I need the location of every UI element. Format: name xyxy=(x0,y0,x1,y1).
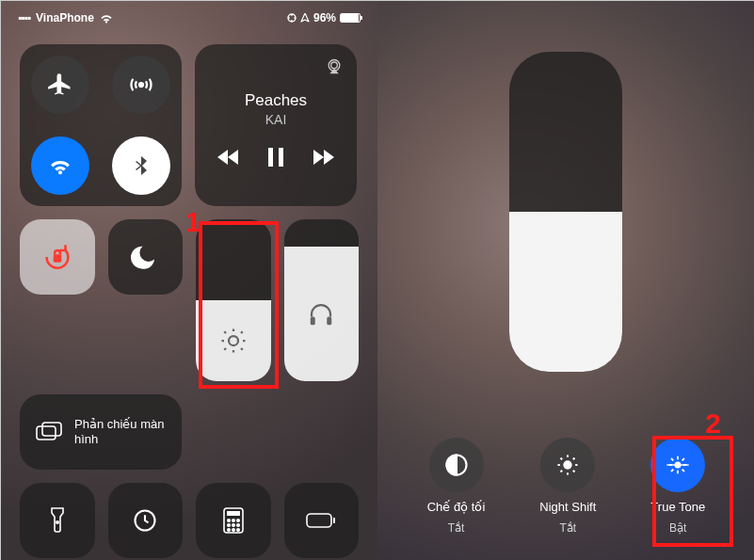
dark-mode-label: Chế độ tối xyxy=(427,500,486,514)
screen-mirroring-tile[interactable]: Phản chiếu màn hình xyxy=(20,394,182,470)
control-center-panel: ▪▪▪▪ VinaPhone 96% xyxy=(1,1,377,560)
bluetooth-toggle[interactable] xyxy=(112,136,170,195)
status-bar: ▪▪▪▪ VinaPhone 96% xyxy=(1,8,377,27)
airplay-icon[interactable] xyxy=(325,57,344,76)
svg-point-19 xyxy=(227,524,230,527)
svg-point-3 xyxy=(331,62,338,69)
flashlight-toggle[interactable] xyxy=(20,483,95,558)
wifi-toggle[interactable] xyxy=(31,136,89,195)
dark-mode-icon xyxy=(443,452,470,478)
night-shift-label: Night Shift xyxy=(539,500,596,514)
wifi-icon xyxy=(100,13,113,24)
track-artist: KAI xyxy=(265,112,287,127)
annotation-box-2 xyxy=(652,436,733,547)
svg-rect-9 xyxy=(328,316,332,325)
brightness-slider-large[interactable] xyxy=(509,52,622,372)
night-shift-option[interactable]: Night Shift Tắt xyxy=(539,438,596,535)
svg-point-1 xyxy=(139,83,143,87)
svg-rect-15 xyxy=(227,511,240,516)
cellular-data-toggle[interactable] xyxy=(112,56,170,114)
track-title: Peaches xyxy=(245,91,307,110)
screen-mirror-label: Phản chiếu màn hình xyxy=(74,417,167,448)
calculator-button[interactable] xyxy=(196,483,271,558)
night-shift-icon xyxy=(554,452,581,478)
low-power-toggle[interactable] xyxy=(284,483,360,558)
night-shift-status: Tắt xyxy=(559,521,576,535)
prev-track-button[interactable] xyxy=(217,149,240,166)
headphones-icon xyxy=(307,300,335,328)
svg-rect-10 xyxy=(37,426,56,440)
svg-point-22 xyxy=(227,529,230,532)
carrier-label: VinaPhone xyxy=(36,11,94,24)
svg-point-21 xyxy=(236,524,239,527)
svg-rect-11 xyxy=(42,423,61,436)
dark-mode-option[interactable]: Chế độ tối Tắt xyxy=(427,438,486,535)
svg-point-16 xyxy=(227,520,230,522)
svg-rect-25 xyxy=(307,514,331,527)
dark-mode-status: Tắt xyxy=(448,521,465,535)
svg-point-18 xyxy=(236,520,239,522)
svg-rect-8 xyxy=(311,316,315,325)
annotation-1: 1 xyxy=(185,206,201,238)
brightness-expanded-panel: Chế độ tối Tắt Night Shift Tắt True Tone… xyxy=(377,1,754,560)
navigation-icon xyxy=(300,13,310,23)
svg-point-17 xyxy=(232,520,234,522)
battery-pct: 96% xyxy=(313,11,336,24)
svg-point-24 xyxy=(236,529,239,532)
orientation-lock-toggle[interactable] xyxy=(20,219,95,295)
location-icon xyxy=(287,13,297,23)
screen-mirror-icon xyxy=(35,421,63,443)
svg-point-23 xyxy=(232,529,234,532)
connectivity-tile[interactable] xyxy=(20,44,182,206)
svg-rect-6 xyxy=(54,254,62,263)
annotation-2: 2 xyxy=(705,408,721,440)
timer-button[interactable] xyxy=(108,483,184,558)
svg-rect-26 xyxy=(333,518,335,523)
svg-point-20 xyxy=(232,524,234,527)
now-playing-tile[interactable]: Peaches KAI xyxy=(195,44,357,206)
volume-slider[interactable] xyxy=(284,219,360,381)
cellular-signal-icon: ▪▪▪▪ xyxy=(18,11,30,24)
annotation-box-1 xyxy=(199,221,279,389)
battery-icon xyxy=(340,13,361,23)
airplane-mode-toggle[interactable] xyxy=(31,56,89,114)
pause-button[interactable] xyxy=(268,148,283,167)
svg-rect-5 xyxy=(279,148,283,167)
svg-rect-4 xyxy=(268,148,273,167)
svg-point-12 xyxy=(56,521,58,523)
do-not-disturb-toggle[interactable] xyxy=(108,219,184,295)
svg-point-33 xyxy=(564,460,572,469)
brightness-fill xyxy=(509,212,622,372)
next-track-button[interactable] xyxy=(312,149,334,166)
